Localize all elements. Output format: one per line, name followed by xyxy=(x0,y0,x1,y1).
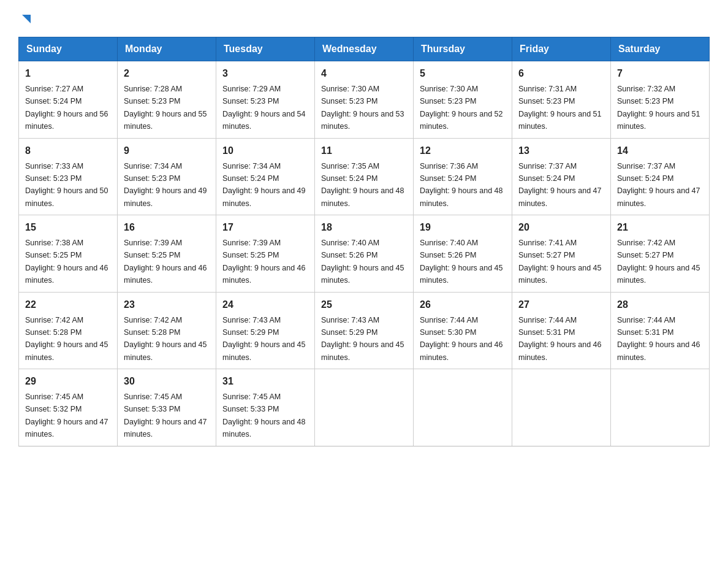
calendar-cell: 21Sunrise: 7:42 AMSunset: 5:27 PMDayligh… xyxy=(611,215,710,293)
day-number: 9 xyxy=(124,144,210,158)
calendar-cell: 16Sunrise: 7:39 AMSunset: 5:25 PMDayligh… xyxy=(118,215,216,293)
logo-arrow-icon xyxy=(20,12,33,26)
day-info: Sunrise: 7:37 AMSunset: 5:24 PMDaylight:… xyxy=(518,162,602,208)
calendar-cell xyxy=(611,369,710,446)
calendar-cell: 15Sunrise: 7:38 AMSunset: 5:25 PMDayligh… xyxy=(19,215,118,293)
calendar-week-row: 1Sunrise: 7:27 AMSunset: 5:24 PMDaylight… xyxy=(19,61,710,139)
day-info: Sunrise: 7:44 AMSunset: 5:31 PMDaylight:… xyxy=(617,316,700,362)
calendar-cell: 24Sunrise: 7:43 AMSunset: 5:29 PMDayligh… xyxy=(216,292,315,369)
calendar-cell: 27Sunrise: 7:44 AMSunset: 5:31 PMDayligh… xyxy=(512,292,611,369)
day-number: 1 xyxy=(25,66,111,81)
calendar-week-row: 15Sunrise: 7:38 AMSunset: 5:25 PMDayligh… xyxy=(19,215,710,293)
calendar-cell: 8Sunrise: 7:33 AMSunset: 5:23 PMDaylight… xyxy=(19,138,118,215)
day-info: Sunrise: 7:44 AMSunset: 5:31 PMDaylight:… xyxy=(518,316,602,362)
day-info: Sunrise: 7:35 AMSunset: 5:24 PMDaylight:… xyxy=(321,162,404,208)
calendar-cell: 1Sunrise: 7:27 AMSunset: 5:24 PMDaylight… xyxy=(19,61,118,139)
day-number: 15 xyxy=(25,220,111,235)
day-info: Sunrise: 7:42 AMSunset: 5:28 PMDaylight:… xyxy=(124,316,207,362)
calendar-cell: 9Sunrise: 7:34 AMSunset: 5:23 PMDaylight… xyxy=(118,138,216,215)
day-info: Sunrise: 7:45 AMSunset: 5:33 PMDaylight:… xyxy=(124,393,207,439)
calendar-cell: 14Sunrise: 7:37 AMSunset: 5:24 PMDayligh… xyxy=(611,138,710,215)
calendar-cell: 22Sunrise: 7:42 AMSunset: 5:28 PMDayligh… xyxy=(19,292,118,369)
calendar-cell: 6Sunrise: 7:31 AMSunset: 5:23 PMDaylight… xyxy=(512,61,611,139)
day-number: 27 xyxy=(518,297,604,312)
day-number: 30 xyxy=(124,374,210,389)
day-number: 28 xyxy=(617,297,703,312)
calendar-cell: 31Sunrise: 7:45 AMSunset: 5:33 PMDayligh… xyxy=(216,369,315,446)
weekday-header-monday: Monday xyxy=(118,37,216,61)
calendar-cell: 11Sunrise: 7:35 AMSunset: 5:24 PMDayligh… xyxy=(315,138,414,215)
day-info: Sunrise: 7:30 AMSunset: 5:23 PMDaylight:… xyxy=(321,85,404,131)
day-number: 6 xyxy=(518,66,604,81)
calendar-cell: 29Sunrise: 7:45 AMSunset: 5:32 PMDayligh… xyxy=(19,369,118,446)
day-info: Sunrise: 7:31 AMSunset: 5:23 PMDaylight:… xyxy=(518,85,602,131)
day-number: 3 xyxy=(222,66,308,81)
day-info: Sunrise: 7:36 AMSunset: 5:24 PMDaylight:… xyxy=(420,162,503,208)
calendar-cell xyxy=(414,369,512,446)
calendar-cell: 17Sunrise: 7:39 AMSunset: 5:25 PMDayligh… xyxy=(216,215,315,293)
calendar-cell: 19Sunrise: 7:40 AMSunset: 5:26 PMDayligh… xyxy=(414,215,512,293)
day-info: Sunrise: 7:43 AMSunset: 5:29 PMDaylight:… xyxy=(222,316,306,362)
day-number: 12 xyxy=(420,144,506,158)
day-number: 10 xyxy=(222,144,308,158)
page-header xyxy=(18,12,710,25)
day-number: 26 xyxy=(420,297,506,312)
calendar-cell: 23Sunrise: 7:42 AMSunset: 5:28 PMDayligh… xyxy=(118,292,216,369)
calendar-cell: 5Sunrise: 7:30 AMSunset: 5:23 PMDaylight… xyxy=(414,61,512,139)
calendar-week-row: 22Sunrise: 7:42 AMSunset: 5:28 PMDayligh… xyxy=(19,292,710,369)
calendar-cell: 18Sunrise: 7:40 AMSunset: 5:26 PMDayligh… xyxy=(315,215,414,293)
day-info: Sunrise: 7:38 AMSunset: 5:25 PMDaylight:… xyxy=(25,239,108,285)
calendar-cell: 25Sunrise: 7:43 AMSunset: 5:29 PMDayligh… xyxy=(315,292,414,369)
day-info: Sunrise: 7:40 AMSunset: 5:26 PMDaylight:… xyxy=(420,239,503,285)
day-info: Sunrise: 7:43 AMSunset: 5:29 PMDaylight:… xyxy=(321,316,404,362)
weekday-header-tuesday: Tuesday xyxy=(216,37,315,61)
day-info: Sunrise: 7:42 AMSunset: 5:28 PMDaylight:… xyxy=(25,316,108,362)
calendar-table: SundayMondayTuesdayWednesdayThursdayFrid… xyxy=(18,37,710,446)
calendar-cell: 4Sunrise: 7:30 AMSunset: 5:23 PMDaylight… xyxy=(315,61,414,139)
calendar-week-row: 29Sunrise: 7:45 AMSunset: 5:32 PMDayligh… xyxy=(19,369,710,446)
day-number: 8 xyxy=(25,144,111,158)
weekday-header-wednesday: Wednesday xyxy=(315,37,414,61)
day-number: 19 xyxy=(420,220,506,235)
calendar-cell: 12Sunrise: 7:36 AMSunset: 5:24 PMDayligh… xyxy=(414,138,512,215)
day-info: Sunrise: 7:28 AMSunset: 5:23 PMDaylight:… xyxy=(124,85,207,131)
day-number: 16 xyxy=(124,220,210,235)
day-info: Sunrise: 7:45 AMSunset: 5:32 PMDaylight:… xyxy=(25,393,108,439)
weekday-header-thursday: Thursday xyxy=(414,37,512,61)
day-number: 25 xyxy=(321,297,407,312)
day-number: 5 xyxy=(420,66,506,81)
day-info: Sunrise: 7:44 AMSunset: 5:30 PMDaylight:… xyxy=(420,316,503,362)
day-number: 18 xyxy=(321,220,407,235)
calendar-cell: 2Sunrise: 7:28 AMSunset: 5:23 PMDaylight… xyxy=(118,61,216,139)
day-number: 20 xyxy=(518,220,604,235)
day-info: Sunrise: 7:39 AMSunset: 5:25 PMDaylight:… xyxy=(222,239,306,285)
calendar-cell: 7Sunrise: 7:32 AMSunset: 5:23 PMDaylight… xyxy=(611,61,710,139)
calendar-cell: 30Sunrise: 7:45 AMSunset: 5:33 PMDayligh… xyxy=(118,369,216,446)
day-info: Sunrise: 7:32 AMSunset: 5:23 PMDaylight:… xyxy=(617,85,700,131)
day-info: Sunrise: 7:37 AMSunset: 5:24 PMDaylight:… xyxy=(617,162,700,208)
calendar-cell: 28Sunrise: 7:44 AMSunset: 5:31 PMDayligh… xyxy=(611,292,710,369)
day-number: 4 xyxy=(321,66,407,81)
weekday-header-saturday: Saturday xyxy=(611,37,710,61)
day-number: 17 xyxy=(222,220,308,235)
weekday-header-friday: Friday xyxy=(512,37,611,61)
day-info: Sunrise: 7:30 AMSunset: 5:23 PMDaylight:… xyxy=(420,85,503,131)
calendar-cell: 3Sunrise: 7:29 AMSunset: 5:23 PMDaylight… xyxy=(216,61,315,139)
weekday-header-row: SundayMondayTuesdayWednesdayThursdayFrid… xyxy=(19,37,710,61)
day-number: 13 xyxy=(518,144,604,158)
calendar-cell: 13Sunrise: 7:37 AMSunset: 5:24 PMDayligh… xyxy=(512,138,611,215)
day-number: 21 xyxy=(617,220,703,235)
calendar-cell: 10Sunrise: 7:34 AMSunset: 5:24 PMDayligh… xyxy=(216,138,315,215)
day-info: Sunrise: 7:34 AMSunset: 5:23 PMDaylight:… xyxy=(124,162,207,208)
day-info: Sunrise: 7:42 AMSunset: 5:27 PMDaylight:… xyxy=(617,239,700,285)
calendar-week-row: 8Sunrise: 7:33 AMSunset: 5:23 PMDaylight… xyxy=(19,138,710,215)
day-number: 7 xyxy=(617,66,703,81)
calendar-cell: 26Sunrise: 7:44 AMSunset: 5:30 PMDayligh… xyxy=(414,292,512,369)
day-info: Sunrise: 7:41 AMSunset: 5:27 PMDaylight:… xyxy=(518,239,602,285)
day-number: 2 xyxy=(124,66,210,81)
day-number: 24 xyxy=(222,297,308,312)
svg-marker-0 xyxy=(22,15,31,23)
day-info: Sunrise: 7:29 AMSunset: 5:23 PMDaylight:… xyxy=(222,85,306,131)
day-number: 31 xyxy=(222,374,308,389)
day-number: 22 xyxy=(25,297,111,312)
